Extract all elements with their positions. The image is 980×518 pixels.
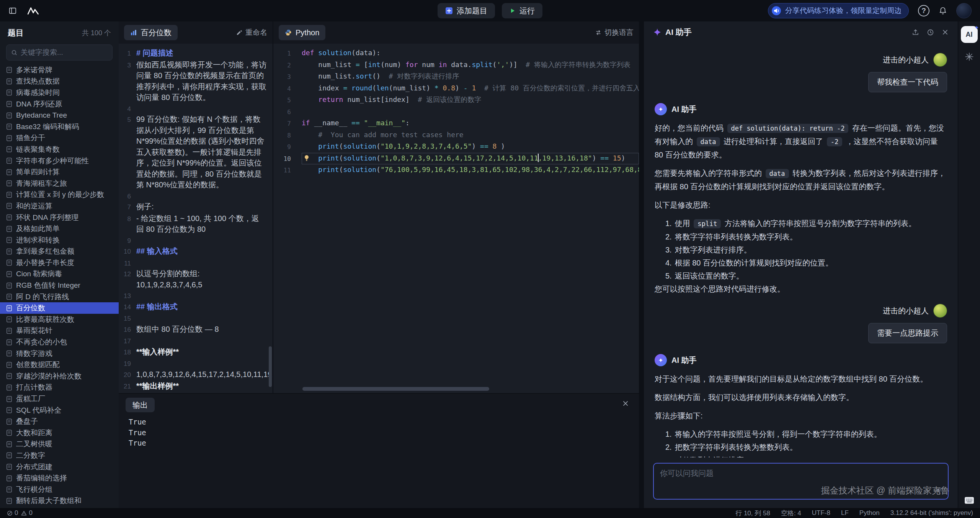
sidebar-item[interactable]: 飞行棋分组 bbox=[0, 484, 119, 495]
sidebar-item[interactable]: 番茄编辑的选择 bbox=[0, 472, 119, 484]
code-line[interactable]: 1def solution(data): bbox=[273, 48, 639, 59]
tab-output[interactable]: 输出 bbox=[126, 398, 155, 412]
sidebar-item[interactable]: Base32 编码和解码 bbox=[0, 121, 119, 133]
code-line[interactable]: 3 num_list.sort() # 对数字列表进行排序 bbox=[273, 71, 639, 83]
sidebar-item[interactable]: 叠盘子 bbox=[0, 416, 119, 427]
sidebar-item[interactable]: 阿 D 的飞行路线 bbox=[0, 291, 119, 303]
sidebar-item[interactable]: 和的逆运算 bbox=[0, 200, 119, 212]
sidebar-item[interactable]: 翻转后最大子数组和 bbox=[0, 495, 119, 507]
sidebar: 题目 共 100 个 多米诺骨牌查找热点数据病毒感染时间DNA 序列还原Byte… bbox=[0, 21, 119, 508]
sidebar-item[interactable]: 打点计数器 bbox=[0, 382, 119, 393]
sidebar-item[interactable]: 猫鱼分干 bbox=[0, 133, 119, 144]
rename-button[interactable]: 重命名 bbox=[236, 28, 267, 38]
document-icon bbox=[6, 293, 12, 300]
ai-close-icon[interactable] bbox=[942, 29, 949, 36]
code-line[interactable]: 6 bbox=[273, 106, 639, 118]
send-icon[interactable] bbox=[933, 486, 942, 495]
user-message-bubble[interactable]: 需要一点思路提示 bbox=[868, 323, 947, 343]
description-body[interactable]: 1# 问题描述3假如西瓜视频即将开发一个功能，将访问量 80 百分位数的视频显示… bbox=[119, 44, 273, 393]
sidebar-item[interactable]: 比赛最高获胜次数 bbox=[0, 314, 119, 325]
sidebar-item[interactable]: Bytedance Tree bbox=[0, 110, 119, 121]
sidebar-item[interactable]: 链表聚集奇数 bbox=[0, 144, 119, 155]
sidebar-item-label: 猜数字游戏 bbox=[16, 349, 52, 359]
warning-count[interactable]: 0 bbox=[21, 509, 32, 517]
code-line[interactable]: 4 index = round(len(num_list) * 0.8) - 1… bbox=[273, 83, 639, 95]
tab-python[interactable]: Python bbox=[279, 25, 325, 40]
sidebar-item[interactable]: 拿到最多红包金额 bbox=[0, 246, 119, 257]
sidebar-item[interactable]: 百分位数 bbox=[0, 302, 119, 314]
switch-language-button[interactable]: 切换语言 bbox=[595, 28, 634, 38]
sidebar-item[interactable]: 蛋糕工厂 bbox=[0, 393, 119, 405]
python-runtime[interactable]: 3.12.2 64-bit ('shims': pyenv) bbox=[890, 509, 973, 517]
history-icon[interactable] bbox=[927, 29, 934, 36]
code-editor[interactable]: 1def solution(data):2 num_list = [int(nu… bbox=[273, 44, 639, 393]
line-number: 6 bbox=[273, 106, 302, 118]
export-icon[interactable] bbox=[912, 29, 919, 36]
sidebar-item[interactable]: 创意数据匹配 bbox=[0, 359, 119, 370]
sidebar-item[interactable]: 最小替换子串长度 bbox=[0, 257, 119, 269]
eol-sequence[interactable]: LF bbox=[841, 509, 849, 517]
code-line[interactable]: 7if __name__ == "__main__": bbox=[273, 118, 639, 130]
document-icon bbox=[6, 486, 12, 493]
sidebar-item[interactable]: RGB 色值转 Integer bbox=[0, 280, 119, 291]
document-icon bbox=[6, 407, 12, 413]
code-line[interactable]: 2 num_list = [int(num) for num in data.s… bbox=[273, 59, 639, 71]
search-box[interactable] bbox=[6, 44, 113, 61]
topbar-avatar[interactable] bbox=[956, 3, 972, 18]
sidebar-item[interactable]: 分布式团建 bbox=[0, 461, 119, 473]
ai-list-item: 1.使用 split 方法将输入的字符串按照逗号分割为数字字符串的列表。 bbox=[655, 217, 947, 230]
run-button[interactable]: 运行 bbox=[502, 3, 542, 18]
snowflake-icon[interactable] bbox=[965, 52, 974, 61]
bell-icon[interactable] bbox=[939, 7, 947, 15]
sidebar-item[interactable]: 大数和距离 bbox=[0, 427, 119, 439]
sidebar-item[interactable]: 不再贪心的小包 bbox=[0, 336, 119, 348]
indentation[interactable]: 空格: 4 bbox=[781, 509, 801, 518]
cursor-position[interactable]: 行 10, 列 58 bbox=[735, 509, 770, 518]
sidebar-item[interactable]: SQL 代码补全 bbox=[0, 405, 119, 416]
editor-horizontal-scrollbar[interactable] bbox=[302, 387, 489, 391]
code-line[interactable]: 11 print(solution("76,100,5,99,16,45,18,… bbox=[273, 164, 639, 176]
rename-label: 重命名 bbox=[245, 28, 267, 38]
language-mode[interactable]: Python bbox=[859, 509, 880, 517]
keyboard-icon[interactable] bbox=[964, 497, 974, 504]
tab-problem[interactable]: 百分位数 bbox=[124, 25, 178, 40]
description-scrollbar[interactable] bbox=[269, 346, 272, 387]
description-text: # 问题描述 bbox=[136, 48, 273, 59]
ai-input-field[interactable] bbox=[654, 464, 948, 499]
lightbulb-icon[interactable] bbox=[303, 154, 310, 161]
search-input[interactable] bbox=[21, 48, 108, 57]
sidebar-item[interactable]: 二叉树供暖 bbox=[0, 439, 119, 450]
ai-chat-history[interactable]: 进击的小超人帮我检查一下代码✦AI 助手好的，您当前的代码 def soluti… bbox=[644, 43, 958, 457]
code-line[interactable]: 9 print(solution("10,1,9,2,8,3,7,4,6,5")… bbox=[273, 141, 639, 153]
sidebar-item[interactable]: 暴雨梨花针 bbox=[0, 325, 119, 337]
code-line[interactable]: 10 print(solution("1,0,8,7,3,9,12,6,4,15… bbox=[273, 153, 639, 165]
problem-list: 多米诺骨牌查找热点数据病毒感染时间DNA 序列还原Bytedance TreeB… bbox=[0, 64, 119, 508]
sidebar-item[interactable]: 进制求和转换 bbox=[0, 234, 119, 246]
sidebar-item[interactable]: 猜数字游戏 bbox=[0, 348, 119, 359]
sidebar-item[interactable]: 及格如此简单 bbox=[0, 223, 119, 234]
sidebar-item[interactable]: 简单四则计算 bbox=[0, 166, 119, 178]
promo-banner[interactable]: 分享代码练习体验，领限量定制周边 bbox=[768, 3, 909, 18]
sidebar-item[interactable]: 二分数字 bbox=[0, 450, 119, 461]
code-line[interactable]: 5 return num_list[index] # 返回该位置的数字 bbox=[273, 94, 639, 106]
sidebar-item[interactable]: 青海湖租车之旅 bbox=[0, 178, 119, 189]
sidebar-item[interactable]: DNA 序列还原 bbox=[0, 98, 119, 110]
encoding[interactable]: UTF-8 bbox=[812, 509, 830, 517]
sidebar-item[interactable]: 字符串有多少种可能性 bbox=[0, 155, 119, 167]
sidebar-item[interactable]: 多米诺骨牌 bbox=[0, 64, 119, 76]
sidebar-item[interactable]: 计算位置 x 到 y 的最少步数 bbox=[0, 189, 119, 201]
sidebar-item[interactable]: Cion 勒索病毒 bbox=[0, 269, 119, 280]
add-problem-button[interactable]: 添加题目 bbox=[438, 3, 495, 18]
document-icon bbox=[6, 396, 12, 402]
sidebar-item[interactable]: 病毒感染时间 bbox=[0, 87, 119, 98]
sidebar-item[interactable]: 穿越沙漠的补给次数 bbox=[0, 370, 119, 382]
sidebar-item[interactable]: 查找热点数据 bbox=[0, 76, 119, 87]
code-line[interactable]: 8 # You can add more test cases here bbox=[273, 130, 639, 141]
sidebar-toggle-icon[interactable] bbox=[8, 7, 17, 15]
ai-assistant-button[interactable]: AI ✦ bbox=[961, 26, 978, 43]
output-close-icon[interactable] bbox=[622, 400, 629, 407]
error-count[interactable]: 0 bbox=[7, 509, 18, 517]
help-icon[interactable]: ? bbox=[918, 5, 929, 16]
user-message-bubble[interactable]: 帮我检查一下代码 bbox=[868, 72, 947, 92]
sidebar-item[interactable]: 环状 DNA 序列整理 bbox=[0, 212, 119, 223]
